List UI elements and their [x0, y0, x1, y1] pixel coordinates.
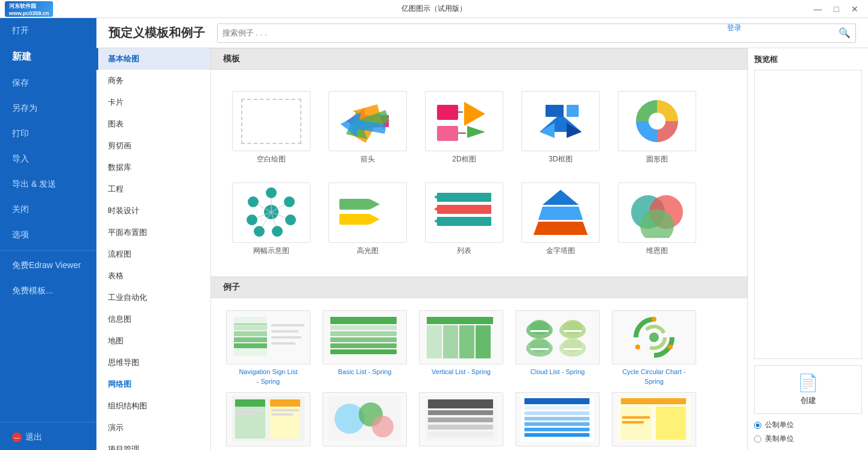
- preview-panel: 预览框 📄 创建 公制单位 美制单位: [747, 48, 868, 450]
- category-item-card[interactable]: 卡片: [96, 92, 210, 113]
- template-radial[interactable]: 网幅示意图: [226, 177, 316, 262]
- svg-marker-35: [370, 214, 380, 225]
- category-item-project[interactable]: 项目管理: [96, 439, 210, 450]
- search-icon[interactable]: 🔍: [838, 27, 851, 39]
- example-label-nav-sign: Navigation Sign List- Spring: [239, 367, 297, 386]
- template-3d[interactable]: 3D框图: [515, 85, 606, 170]
- svg-point-23: [285, 214, 296, 225]
- sidebar-item-free-templates[interactable]: 免费模板...: [0, 278, 96, 304]
- svg-rect-113: [524, 406, 590, 410]
- example-ex7[interactable]: Example: [319, 392, 410, 450]
- category-item-clipart[interactable]: 剪切画: [96, 135, 210, 157]
- example-cloud-list[interactable]: Cloud List - Spring: [512, 310, 603, 386]
- svg-rect-118: [524, 433, 590, 437]
- svg-point-76: [563, 320, 582, 334]
- login-button[interactable]: 登录: [727, 23, 741, 33]
- sidebar-item-import[interactable]: 导入: [0, 146, 96, 172]
- category-item-infographic[interactable]: 信息图: [96, 308, 210, 330]
- category-item-presentation[interactable]: 演示: [96, 417, 210, 439]
- example-thumb-cycle-circular: [612, 310, 696, 364]
- sidebar-item-export[interactable]: 导出 & 发送: [0, 172, 96, 197]
- svg-rect-53: [234, 337, 267, 342]
- category-item-map[interactable]: 地图: [96, 330, 210, 352]
- 3d-svg: [527, 96, 594, 147]
- sidebar-item-save[interactable]: 保存: [0, 70, 96, 96]
- svg-rect-56: [271, 330, 298, 333]
- category-item-fashion[interactable]: 时装设计: [96, 200, 210, 222]
- template-label-list: 列表: [457, 246, 471, 256]
- example-vertical-list[interactable]: Vertical List - Spring: [416, 310, 506, 386]
- svg-marker-7: [467, 126, 485, 138]
- example-cycle-circular[interactable]: Cycle Circular Chart -Spring: [609, 310, 699, 386]
- example-ex6[interactable]: Example: [223, 392, 313, 450]
- example-basic-list[interactable]: Basic List - Spring: [319, 310, 410, 386]
- sidebar-item-open[interactable]: 打开: [0, 18, 96, 43]
- example-nav-sign[interactable]: Navigation Sign List- Spring: [223, 310, 313, 386]
- example-ex9[interactable]: Example: [512, 392, 603, 450]
- titlebar: 河东软件园www.pc0359.cn 亿图图示（试用版） — □ ✕: [0, 0, 868, 18]
- template-2d[interactable]: 2D框图: [419, 85, 509, 170]
- svg-rect-14: [567, 105, 579, 117]
- radio-metric[interactable]: 公制单位: [754, 420, 862, 430]
- maximize-button[interactable]: □: [831, 3, 843, 15]
- sidebar-item-saveas[interactable]: 另存为: [0, 96, 96, 121]
- template-label-pyramid: 金字塔图: [546, 246, 575, 256]
- category-item-industrial[interactable]: 工业自动化: [96, 287, 210, 308]
- svg-rect-82: [564, 330, 582, 332]
- svg-marker-40: [434, 207, 437, 211]
- category-item-business[interactable]: 商务: [96, 70, 210, 92]
- category-item-engineering[interactable]: 工程: [96, 178, 210, 200]
- category-item-database[interactable]: 数据库: [96, 157, 210, 178]
- sidebar-item-edraw-viewer[interactable]: 免费Edraw Viewer: [0, 253, 96, 278]
- sidebar-item-new[interactable]: 新建: [0, 43, 96, 70]
- basic-list-thumb-svg: [326, 312, 404, 363]
- template-pyramid[interactable]: 金字塔图: [515, 177, 606, 262]
- template-thumb-list: [425, 183, 503, 243]
- radio-imperial-label: 美制单位: [765, 434, 794, 444]
- category-item-network[interactable]: 网络图: [96, 373, 210, 395]
- minimize-button[interactable]: —: [810, 3, 826, 15]
- cycle-circular-thumb-svg: [615, 312, 693, 363]
- category-item-flowchart[interactable]: 流程图: [96, 243, 210, 265]
- example-ex8[interactable]: Example: [416, 392, 506, 450]
- template-pie[interactable]: 圆形图: [612, 85, 702, 170]
- template-highlight[interactable]: 高光图: [322, 177, 413, 262]
- category-item-table[interactable]: 表格: [96, 265, 210, 287]
- category-item-floorplan[interactable]: 平面布置图: [96, 222, 210, 243]
- create-button-label: 创建: [800, 395, 816, 406]
- template-arrow[interactable]: 箭头: [322, 85, 413, 170]
- sidebar-item-close[interactable]: 关闭: [0, 197, 96, 222]
- svg-rect-106: [428, 399, 493, 408]
- example-ex10[interactable]: Example: [609, 392, 699, 450]
- ex6-thumb-svg: [229, 393, 307, 445]
- svg-rect-95: [235, 399, 265, 407]
- template-list[interactable]: 列表: [419, 177, 509, 262]
- svg-rect-109: [428, 425, 493, 430]
- ex9-thumb-svg: [518, 393, 597, 445]
- category-item-org[interactable]: 组织结构图: [96, 395, 210, 417]
- svg-marker-5: [464, 102, 485, 126]
- svg-rect-34: [339, 214, 370, 225]
- sidebar-item-print[interactable]: 打印: [0, 121, 96, 146]
- template-label-venn: 维恩图: [646, 246, 668, 256]
- template-venn[interactable]: 维恩图: [612, 177, 702, 262]
- svg-rect-107: [428, 410, 493, 415]
- category-item-chart[interactable]: 图表: [96, 113, 210, 135]
- window-controls[interactable]: — □ ✕: [810, 0, 862, 18]
- svg-rect-62: [330, 331, 397, 336]
- exit-icon: [12, 433, 22, 442]
- svg-rect-114: [524, 411, 590, 415]
- svg-point-25: [272, 226, 283, 237]
- svg-point-27: [254, 226, 265, 237]
- sidebar-item-options[interactable]: 选项: [0, 222, 96, 248]
- radio-imperial[interactable]: 美制单位: [754, 434, 862, 444]
- search-input[interactable]: [222, 28, 838, 37]
- svg-rect-116: [524, 422, 590, 426]
- category-item-mindmap[interactable]: 思维导图: [96, 352, 210, 373]
- close-button[interactable]: ✕: [848, 3, 862, 15]
- category-item-basic[interactable]: 基本绘图: [96, 48, 210, 70]
- template-blank[interactable]: 空白绘图: [226, 85, 316, 170]
- template-thumb-2d: [425, 91, 503, 151]
- sidebar-item-exit[interactable]: 退出: [0, 425, 96, 450]
- create-button[interactable]: 📄 创建: [754, 365, 862, 414]
